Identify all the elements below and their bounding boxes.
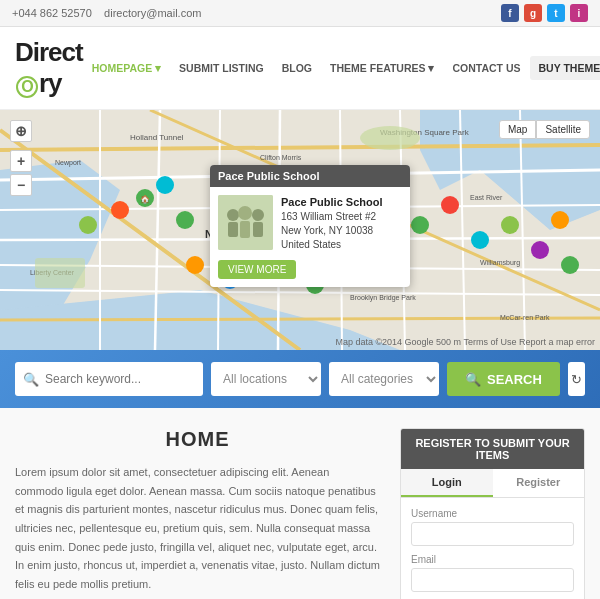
svg-point-53 bbox=[79, 216, 97, 234]
nav-buy-theme[interactable]: BUY THEME bbox=[530, 56, 600, 80]
svg-point-54 bbox=[531, 241, 549, 259]
svg-rect-64 bbox=[253, 222, 263, 237]
register-box: REGISTER TO SUBMIT YOUR ITEMS Login Regi… bbox=[400, 428, 585, 599]
svg-text:Holland Tunnel: Holland Tunnel bbox=[130, 133, 184, 142]
svg-point-56 bbox=[561, 256, 579, 274]
nav-submit-listing[interactable]: SUBMIT LISTING bbox=[170, 56, 273, 80]
username-label: Username bbox=[411, 508, 574, 519]
map-popup: Pace Public School Pace Public School 16… bbox=[210, 165, 410, 287]
svg-point-45 bbox=[501, 216, 519, 234]
contact-info: +044 862 52570 directory@mail.com bbox=[12, 7, 201, 19]
facebook-icon[interactable]: f bbox=[501, 4, 519, 22]
svg-text:🏠: 🏠 bbox=[140, 194, 150, 204]
refresh-button[interactable]: ↻ bbox=[568, 362, 585, 396]
svg-point-42 bbox=[411, 216, 429, 234]
main-content: HOME Lorem ipsum dolor sit amet, consect… bbox=[0, 408, 600, 599]
svg-text:Clifton Morris: Clifton Morris bbox=[260, 154, 302, 161]
tab-login[interactable]: Login bbox=[401, 469, 493, 497]
popup-title: Pace Public School bbox=[210, 165, 410, 187]
nav-blog[interactable]: BLOG bbox=[273, 56, 321, 80]
home-title: HOME bbox=[15, 428, 380, 451]
svg-point-36 bbox=[176, 211, 194, 229]
svg-point-51 bbox=[156, 176, 174, 194]
svg-rect-62 bbox=[240, 221, 250, 238]
svg-point-44 bbox=[471, 231, 489, 249]
tab-register[interactable]: Register bbox=[493, 469, 585, 497]
main-nav: HOMEPAGE ▾ SUBMIT LISTING BLOG THEME FEA… bbox=[83, 56, 600, 80]
logo[interactable]: DirectOry bbox=[15, 37, 83, 99]
category-select[interactable]: All categories bbox=[329, 362, 439, 396]
nav-homepage[interactable]: HOMEPAGE ▾ bbox=[83, 56, 170, 80]
email-input[interactable] bbox=[411, 568, 574, 592]
popup-view-more-button[interactable]: VIEW MORE bbox=[218, 260, 296, 279]
nav-theme-features[interactable]: THEME FEATURES ▾ bbox=[321, 56, 443, 80]
header: DirectOry HOMEPAGE ▾ SUBMIT LISTING BLOG… bbox=[0, 27, 600, 110]
svg-rect-60 bbox=[228, 222, 238, 237]
social-icons: f g t i bbox=[501, 4, 588, 22]
svg-point-43 bbox=[441, 196, 459, 214]
map-section[interactable]: Holland Tunnel Newport Clifton Morris Wa… bbox=[0, 110, 600, 350]
register-header: REGISTER TO SUBMIT YOUR ITEMS bbox=[401, 429, 584, 469]
search-input-wrapper: 🔍 bbox=[15, 362, 203, 396]
satellite-view-button[interactable]: Satellite bbox=[536, 120, 590, 139]
svg-point-46 bbox=[186, 256, 204, 274]
location-select[interactable]: All locations bbox=[211, 362, 321, 396]
map-controls: ⊕ + − bbox=[10, 120, 32, 196]
search-bar: 🔍 All locations All categories 🔍 SEARCH … bbox=[0, 350, 600, 408]
home-body-text: Lorem ipsum dolor sit amet, consectetuer… bbox=[15, 463, 380, 594]
zoom-in-button[interactable]: + bbox=[10, 150, 32, 172]
zoom-out-button[interactable]: − bbox=[10, 174, 32, 196]
svg-rect-33 bbox=[35, 258, 85, 288]
register-tabs: Login Register bbox=[401, 469, 584, 498]
svg-point-61 bbox=[238, 206, 252, 220]
svg-point-55 bbox=[551, 211, 569, 229]
search-icon: 🔍 bbox=[23, 372, 39, 387]
map-view-button[interactable]: Map bbox=[499, 120, 536, 139]
search-btn-label: SEARCH bbox=[487, 372, 542, 387]
svg-point-59 bbox=[227, 209, 239, 221]
content-left: HOME Lorem ipsum dolor sit amet, consect… bbox=[15, 428, 380, 599]
nav-contact[interactable]: CONTACT US bbox=[443, 56, 529, 80]
svg-text:Newport: Newport bbox=[55, 159, 81, 167]
svg-text:Williamsburg: Williamsburg bbox=[480, 259, 520, 267]
search-btn-icon: 🔍 bbox=[465, 372, 481, 387]
popup-image bbox=[218, 195, 273, 250]
email-label: Email bbox=[411, 554, 574, 565]
username-input[interactable] bbox=[411, 522, 574, 546]
svg-point-52 bbox=[111, 201, 129, 219]
instagram-icon[interactable]: i bbox=[570, 4, 588, 22]
popup-info: Pace Public School 163 William Street #2… bbox=[281, 195, 402, 252]
svg-point-32 bbox=[360, 126, 420, 150]
top-bar: +044 862 52570 directory@mail.com f g t … bbox=[0, 0, 600, 27]
svg-point-63 bbox=[252, 209, 264, 221]
register-form: Username Email Package Directory Basic (… bbox=[401, 498, 584, 599]
content-right: REGISTER TO SUBMIT YOUR ITEMS Login Regi… bbox=[400, 428, 585, 599]
google-plus-icon[interactable]: g bbox=[524, 4, 542, 22]
svg-text:McCar-ren Park: McCar-ren Park bbox=[500, 314, 550, 321]
compass-control[interactable]: ⊕ bbox=[10, 120, 32, 142]
twitter-icon[interactable]: t bbox=[547, 4, 565, 22]
map-credit: Map data ©2014 Google 500 m Terms of Use… bbox=[335, 337, 595, 347]
search-keyword-input[interactable] bbox=[45, 372, 195, 386]
svg-text:East River: East River bbox=[470, 194, 503, 201]
map-type-buttons: Map Satellite bbox=[499, 120, 590, 139]
search-button[interactable]: 🔍 SEARCH bbox=[447, 362, 560, 396]
svg-text:Brooklyn Bridge Park: Brooklyn Bridge Park bbox=[350, 294, 416, 302]
